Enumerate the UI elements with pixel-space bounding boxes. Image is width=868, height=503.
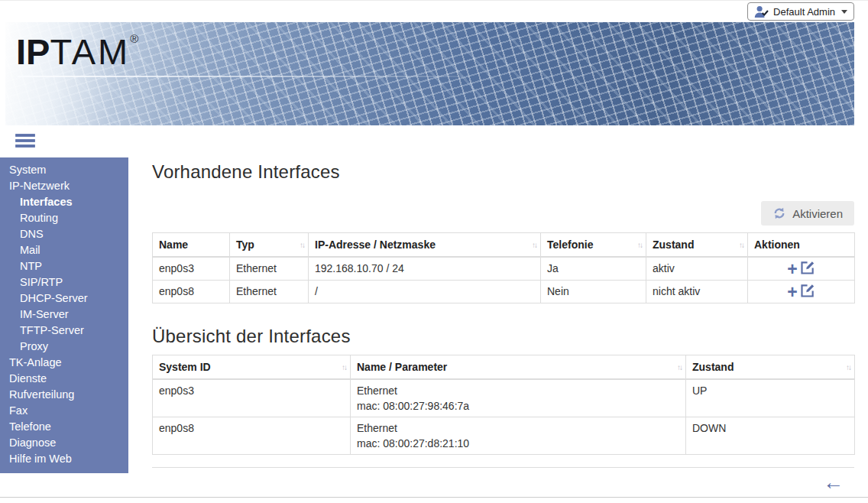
edit-icon[interactable] [800, 283, 815, 300]
sort-icon[interactable]: ↑↓ [846, 363, 850, 372]
activate-button[interactable]: Aktivieren [761, 201, 854, 226]
cell-zustand: nicht aktiv [646, 281, 748, 303]
column-header-name: Name [153, 233, 230, 258]
cell-system-id: enp0s3 [153, 379, 351, 417]
action-button-row: Aktivieren [152, 201, 854, 226]
logo-underline [18, 76, 463, 77]
edit-icon[interactable] [800, 260, 815, 277]
cell-zustand: aktiv [646, 257, 748, 281]
cell-aktionen: + [748, 281, 855, 303]
table-row: enp0s3 Ethernet 192.168.10.70 / 24 Ja ak… [153, 257, 855, 281]
logo-text-ip: IP [16, 31, 50, 72]
sidebar-nav: System IP-Netzwerk Interfaces Routing DN… [0, 157, 128, 473]
logo-registered-mark: ® [130, 32, 138, 45]
menu-bar [15, 134, 35, 137]
sidebar-item-hilfe-im-web[interactable]: Hilfe im Web [0, 451, 128, 467]
cell-zustand: DOWN [686, 417, 855, 455]
sidebar-item-sip-rtp[interactable]: SIP/RTP [0, 274, 128, 290]
sidebar-item-routing[interactable]: Routing [0, 210, 128, 226]
sidebar-item-tk-anlage[interactable]: TK-Anlage [0, 355, 128, 371]
header-banner: IPTAM® [5, 22, 854, 125]
caret-down-icon [841, 10, 847, 14]
sidebar-item-dns[interactable]: DNS [0, 226, 128, 242]
sort-icon[interactable]: ↑↓ [342, 363, 346, 372]
iptam-logo: IPTAM® [16, 33, 138, 70]
interface-mac: mac: 08:00:27:98:46:7a [357, 400, 679, 412]
content-area: System IP-Netzwerk Interfaces Routing DN… [0, 157, 868, 493]
table-row: enp0s3 Ethernet mac: 08:00:27:98:46:7a U… [153, 379, 855, 417]
topbar: Default Admin [0, 0, 868, 21]
refresh-icon [772, 206, 786, 220]
sort-icon[interactable]: ↑↓ [532, 241, 536, 249]
cell-name-parameter: Ethernet mac: 08:00:27:d8:21:10 [351, 417, 686, 455]
interface-type: Ethernet [357, 422, 397, 434]
sidebar-item-dienste[interactable]: Dienste [0, 371, 128, 387]
table-row: enp0s8 Ethernet mac: 08:00:27:d8:21:10 D… [153, 417, 855, 455]
interfaces-overview-table: System ID↑↓ Name / Parameter↑↓ Zustand↑↓… [152, 355, 855, 455]
back-navigation-row: ← [152, 468, 854, 493]
sidebar-item-dhcp-server[interactable]: DHCP-Server [0, 290, 128, 307]
column-header-telefonie[interactable]: Telefonie↑↓ [541, 233, 646, 258]
cell-typ: Ethernet [230, 281, 309, 303]
activate-button-label: Aktivieren [792, 207, 843, 220]
user-menu-label: Default Admin [773, 6, 835, 18]
sidebar-item-system[interactable]: System [0, 162, 128, 178]
column-header-typ[interactable]: Typ↑↓ [230, 233, 309, 258]
sort-icon[interactable]: ↑↓ [637, 241, 642, 249]
table-row: enp0s8 Ethernet / Nein nicht aktiv + [153, 281, 855, 303]
user-check-icon [754, 5, 769, 18]
page-bottom-border [0, 497, 868, 498]
cell-telefonie: Ja [541, 257, 646, 281]
column-header-zustand[interactable]: Zustand↑↓ [646, 233, 748, 258]
sidebar-item-tftp-server[interactable]: TFTP-Server [0, 323, 128, 339]
sidebar-item-diagnose[interactable]: Diagnose [0, 435, 128, 451]
back-arrow-icon[interactable]: ← [823, 472, 844, 493]
menu-bar [15, 139, 35, 142]
column-header-zustand[interactable]: Zustand↑↓ [686, 355, 855, 380]
interfaces-table: Name Typ↑↓ IP-Adresse / Netzmaske↑↓ Tele… [152, 232, 855, 303]
cell-typ: Ethernet [230, 257, 309, 281]
table-header-row: Name Typ↑↓ IP-Adresse / Netzmaske↑↓ Tele… [153, 233, 855, 258]
cell-name: enp0s8 [153, 281, 230, 303]
page-title-vorhandene-interfaces: Vorhandene Interfaces [152, 161, 854, 183]
sidebar-item-ip-netzwerk[interactable]: IP-Netzwerk [0, 178, 128, 194]
user-menu-button[interactable]: Default Admin [747, 2, 854, 21]
sidebar-item-proxy[interactable]: Proxy [0, 339, 128, 355]
interface-type: Ethernet [357, 385, 397, 397]
column-header-ip-adresse-netzmaske[interactable]: IP-Adresse / Netzmaske↑↓ [309, 233, 541, 258]
sort-icon[interactable]: ↑↓ [300, 241, 304, 249]
sidebar-item-fax[interactable]: Fax [0, 403, 128, 419]
interface-mac: mac: 08:00:27:d8:21:10 [357, 437, 679, 449]
cell-zustand: UP [686, 379, 855, 417]
column-header-system-id[interactable]: System ID↑↓ [153, 355, 351, 380]
table-header-row: System ID↑↓ Name / Parameter↑↓ Zustand↑↓ [153, 355, 855, 380]
add-icon[interactable]: + [787, 261, 797, 277]
column-header-name-parameter[interactable]: Name / Parameter↑↓ [351, 355, 686, 380]
sort-icon[interactable]: ↑↓ [739, 241, 743, 249]
logo-text-tam: TAM [50, 31, 130, 72]
sidebar-item-ntp[interactable]: NTP [0, 258, 128, 274]
sidebar-item-im-server[interactable]: IM-Server [0, 307, 128, 323]
sidebar-item-mail[interactable]: Mail [0, 242, 128, 258]
page-title-uebersicht-der-interfaces: Übersicht der Interfaces [152, 326, 854, 347]
cell-system-id: enp0s8 [153, 417, 351, 455]
cell-ip: 192.168.10.70 / 24 [309, 257, 541, 281]
column-header-aktionen: Aktionen [748, 233, 855, 258]
cell-ip: / [309, 281, 541, 303]
add-icon[interactable]: + [787, 284, 797, 300]
cell-aktionen: + [748, 257, 855, 281]
cell-name-parameter: Ethernet mac: 08:00:27:98:46:7a [351, 379, 686, 417]
sidebar-item-rufverteilung[interactable]: Rufverteilung [0, 387, 128, 403]
sort-icon[interactable]: ↑↓ [677, 363, 682, 372]
main-panel: Vorhandene Interfaces Aktivieren Name [128, 157, 868, 493]
cell-name: enp0s3 [153, 257, 230, 281]
menu-toggle-icon[interactable] [15, 134, 35, 148]
sidebar-item-telefone[interactable]: Telefone [0, 419, 128, 435]
sidebar-item-interfaces[interactable]: Interfaces [0, 194, 128, 210]
menu-bar [15, 144, 35, 148]
cell-telefonie: Nein [541, 281, 646, 303]
